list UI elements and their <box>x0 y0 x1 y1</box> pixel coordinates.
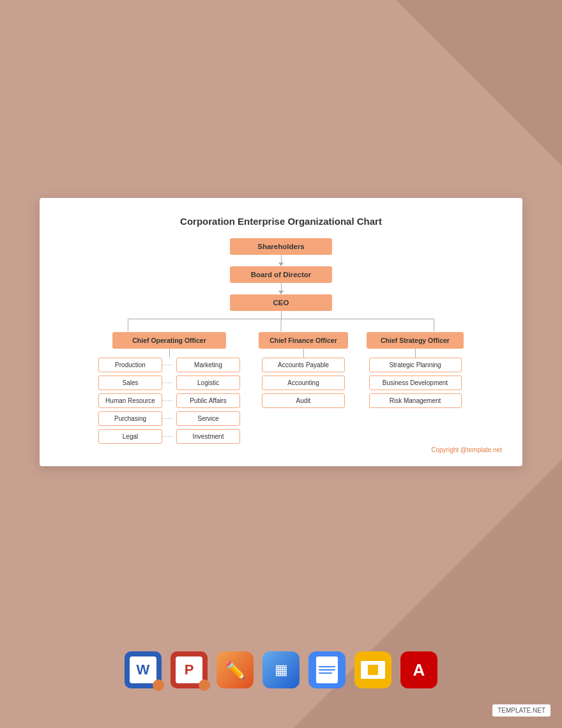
dc-4 <box>162 418 172 419</box>
keynote-icon[interactable]: ▦ <box>262 651 300 688</box>
strategic-planning-box: Strategic Planning <box>369 358 462 372</box>
legal-row: Legal <box>98 429 172 444</box>
prod-row: Production <box>98 358 172 372</box>
investment-box: Investment <box>176 429 240 444</box>
sales-row: Sales <box>98 375 172 390</box>
shareholders-node: Shareholders <box>230 238 332 255</box>
dc-5 <box>162 436 172 437</box>
word-icon[interactable]: W <box>125 651 162 688</box>
coo-left-col: Production Sales Human Resource <box>98 358 172 444</box>
shareholders-node-wrap: Shareholders <box>230 238 332 266</box>
dc-3 <box>162 400 172 401</box>
accounts-payable-box: Accounts Payable <box>262 358 345 372</box>
drop-left <box>128 319 128 331</box>
marketing-box: Marketing <box>176 358 240 372</box>
biz-dev-box: Business Development <box>369 375 462 390</box>
ceo-node: CEO <box>230 294 332 311</box>
pages-icon[interactable]: ✏️ <box>216 651 254 688</box>
v-line-2 <box>281 283 282 291</box>
logistic-box: Logistic <box>176 375 240 390</box>
cfo-branch: Chief Finance Officer Accounts Payable A… <box>255 332 351 408</box>
drop-center <box>281 319 282 331</box>
pages-symbol: ✏️ <box>225 660 245 680</box>
sales-box: Sales <box>98 375 162 390</box>
keynote-symbol: ▦ <box>275 662 288 678</box>
cfo-items: Accounts Payable Accounting Audit <box>262 358 345 408</box>
dc-2 <box>162 383 172 383</box>
powerpoint-icon[interactable]: P <box>171 651 208 688</box>
accounting-box: Accounting <box>262 375 345 390</box>
chart-title: Corporation Enterprise Organizational Ch… <box>55 216 507 227</box>
drop-right <box>434 319 434 331</box>
dc-1 <box>162 365 172 365</box>
copyright-section: Copyright @template.net <box>55 446 507 453</box>
production-box: Production <box>98 358 162 372</box>
gslides-icon[interactable] <box>354 651 391 688</box>
coo-items: Production Sales Human Resource <box>98 358 240 444</box>
h-bar <box>128 319 434 319</box>
audit-box: Audit <box>262 393 345 408</box>
service-box: Service <box>176 411 240 426</box>
branches-wrapper: Chief Operating Officer Production Sales <box>64 319 498 444</box>
three-branches: Chief Operating Officer Production Sales <box>64 332 498 444</box>
word-letter: W <box>137 662 150 678</box>
cso-items: Strategic Planning Business Development … <box>369 358 462 408</box>
hr-box: Human Resource <box>98 393 162 408</box>
coo-branch: Chief Operating Officer Production Sales <box>96 332 243 444</box>
public-affairs-box: Public Affairs <box>176 393 240 408</box>
acrobat-letter: A <box>413 660 425 680</box>
board-node-wrap: Board of Director <box>230 266 332 294</box>
ceo-node-wrap: CEO <box>230 294 332 319</box>
coo-right-col: Marketing Logistic Public Affairs Servic… <box>176 358 240 444</box>
org-chart-card: Corporation Enterprise Organizational Ch… <box>40 198 522 466</box>
bg-triangle-top <box>396 0 562 166</box>
cso-node: Chief Strategy Officer <box>367 332 464 349</box>
v-line-1 <box>281 255 282 262</box>
watermark: TEMPLATE.NET <box>492 704 551 717</box>
cfo-node: Chief Finance Officer <box>259 332 348 349</box>
risk-mgmt-box: Risk Management <box>369 393 462 408</box>
org-chart: Shareholders Board of Director CEO <box>55 238 507 444</box>
ppt-letter: P <box>185 662 194 678</box>
board-node: Board of Director <box>230 266 332 283</box>
cfo-vline <box>303 349 304 358</box>
coo-node: Chief Operating Officer <box>112 332 226 349</box>
v-line-3 <box>281 311 282 319</box>
hr-row: Human Resource <box>98 393 172 408</box>
cso-branch: Chief Strategy Officer Strategic Plannin… <box>364 332 466 408</box>
cso-vline <box>415 349 416 358</box>
purchasing-box: Purchasing <box>98 411 162 426</box>
gdocs-icon[interactable] <box>308 651 346 688</box>
copyright-link: @template.net <box>460 446 502 453</box>
app-icons-bar: W P ✏️ ▦ A <box>40 651 522 688</box>
purchasing-row: Purchasing <box>98 411 172 426</box>
legal-box: Legal <box>98 429 162 444</box>
coo-vline <box>169 349 170 358</box>
acrobat-icon[interactable]: A <box>400 651 437 688</box>
copyright-text: Copyright <box>431 446 460 453</box>
